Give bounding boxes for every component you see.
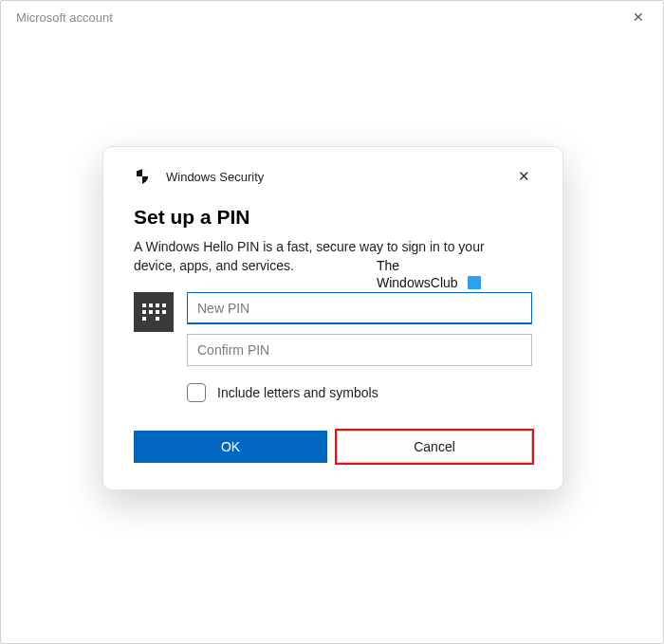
watermark-line2: WindowsClub [377, 275, 458, 292]
dialog-app-name: Windows Security [166, 170, 264, 184]
dialog-heading: Set up a PIN [134, 206, 532, 229]
microsoft-account-window: Microsoft account ✕ Windows Se [0, 0, 664, 644]
pin-form-area [134, 292, 532, 366]
outer-title-bar: Microsoft account ✕ [1, 1, 663, 33]
windowsclub-logo-icon [468, 276, 481, 289]
include-letters-label: Include letters and symbols [217, 385, 378, 400]
dialog-close-icon[interactable]: ✕ [516, 166, 532, 187]
dialog-description: A Windows Hello PIN is a fast, secure wa… [134, 238, 523, 275]
windows-security-dialog: Windows Security ✕ Set up a PIN A Window… [102, 146, 563, 490]
cancel-button[interactable]: Cancel [337, 431, 532, 463]
keypad-icon [134, 292, 174, 332]
confirm-pin-input[interactable] [187, 334, 532, 366]
dialog-header: Windows Security ✕ [134, 166, 532, 187]
dialog-header-left: Windows Security [134, 168, 264, 185]
include-letters-row: Include letters and symbols [187, 383, 532, 402]
include-letters-checkbox[interactable] [187, 383, 206, 402]
pin-inputs [187, 292, 532, 366]
ok-button[interactable]: OK [134, 431, 327, 463]
new-pin-input[interactable] [187, 292, 532, 324]
outer-window-title: Microsoft account [16, 10, 113, 25]
outer-close-icon[interactable]: ✕ [627, 8, 650, 27]
shield-icon [134, 168, 151, 185]
dialog-buttons: OK Cancel [134, 431, 532, 463]
